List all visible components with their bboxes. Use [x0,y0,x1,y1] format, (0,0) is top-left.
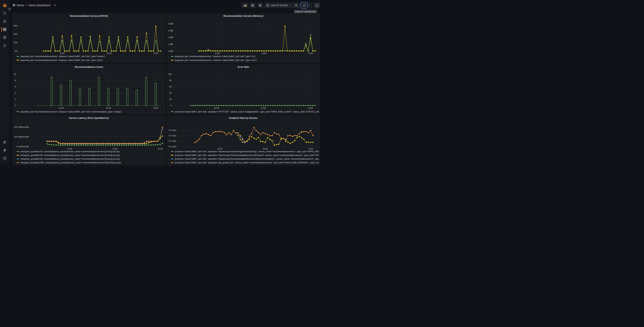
svg-text:0.3 req/s: 0.3 req/s [168,129,176,132]
svg-text:0 MB: 0 MB [168,50,173,52]
svg-text:4 MB: 4 MB [168,36,173,38]
svg-text:21:55: 21:55 [112,148,117,150]
svg-text:21:50: 21:50 [58,107,64,109]
svg-text:8 MB: 8 MB [168,23,173,25]
svg-text:20%: 20% [14,33,18,36]
svg-text:0: 0 [170,104,172,107]
svg-text:8: 8 [15,79,16,82]
svg-text:21:55: 21:55 [263,148,268,150]
svg-text:21:50: 21:50 [217,148,222,150]
svg-text:22:00: 22:00 [153,52,158,54]
svg-text:10%: 10% [14,42,18,44]
svg-text:40: 40 [170,92,172,94]
svg-text:4: 4 [15,92,16,94]
svg-text:21:50: 21:50 [214,107,219,109]
svg-text:0: 0 [15,104,16,107]
svg-text:6 MB: 6 MB [168,30,173,32]
svg-text:21:55: 21:55 [106,107,111,109]
svg-text:0.1 req/s: 0.1 req/s [168,140,176,142]
svg-text:30%: 30% [14,25,18,27]
svg-text:0%: 0% [14,50,18,52]
svg-text:22:00: 22:00 [153,107,158,109]
svg-text:400 milliseconds: 400 milliseconds [14,126,29,128]
svg-text:2 MB: 2 MB [168,43,173,46]
svg-text:80: 80 [170,79,172,82]
svg-text:21:55: 21:55 [261,107,266,109]
svg-text:200 milliseconds: 200 milliseconds [14,136,29,138]
svg-text:0 milliseconds: 0 milliseconds [16,145,29,148]
svg-text:22:00: 22:00 [308,52,313,54]
svg-text:22:00: 22:00 [308,148,313,150]
svg-text:21:50: 21:50 [215,52,220,54]
svg-text:22:00: 22:00 [308,107,313,109]
svg-text:0.2 req/s: 0.2 req/s [168,134,176,137]
svg-text:6: 6 [15,86,16,88]
svg-text:21:50: 21:50 [60,52,65,54]
svg-text:0.0 req/s: 0.0 req/s [168,145,176,148]
svg-text:21:55: 21:55 [262,52,266,54]
svg-text:21:50: 21:50 [67,148,72,150]
svg-text:20: 20 [170,98,172,100]
svg-text:10: 10 [14,73,16,75]
svg-text:21:55: 21:55 [106,52,112,54]
svg-text:100: 100 [168,73,172,75]
svg-text:22:00: 22:00 [158,148,163,150]
svg-text:2: 2 [15,98,16,100]
svg-text:60: 60 [170,86,172,88]
